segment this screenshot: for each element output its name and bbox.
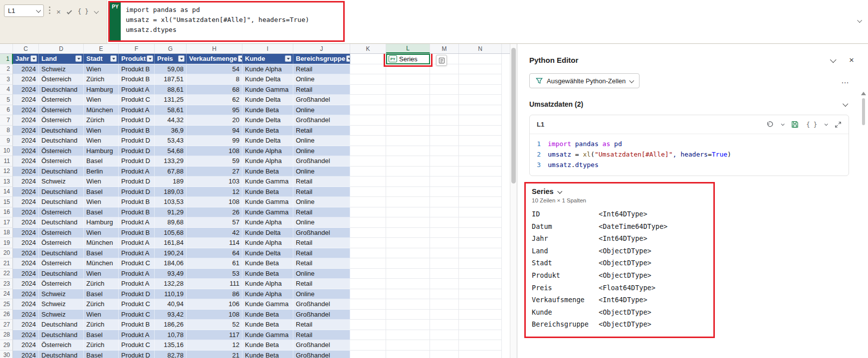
table-header-cell[interactable]: Land xyxy=(39,54,84,64)
cell[interactable] xyxy=(430,146,459,157)
cell[interactable]: Basel xyxy=(84,351,119,358)
cell[interactable]: Produkt B xyxy=(119,64,155,75)
cell[interactable]: Produkt C xyxy=(119,95,155,105)
table-header-cell[interactable]: Stadt xyxy=(84,54,119,64)
insert-function-icon[interactable]: { } xyxy=(78,8,89,15)
cell[interactable]: 132,28 xyxy=(155,279,187,289)
cell[interactable]: Produkt A xyxy=(119,330,155,341)
cell[interactable]: Online xyxy=(293,136,350,146)
cell[interactable]: 10,78 xyxy=(155,330,187,341)
cell[interactable] xyxy=(459,115,502,126)
cell[interactable]: 99 xyxy=(187,136,242,146)
cell[interactable] xyxy=(430,340,459,351)
expand-icon[interactable] xyxy=(835,121,842,128)
column-letter[interactable]: G xyxy=(155,44,187,53)
cell[interactable]: 2024 xyxy=(13,330,39,341)
cell[interactable] xyxy=(386,217,430,228)
name-box[interactable]: L1 xyxy=(4,4,44,17)
cell[interactable] xyxy=(459,340,502,351)
cell[interactable] xyxy=(350,320,386,330)
row-number[interactable]: 17 xyxy=(0,217,13,228)
cell[interactable]: Retail xyxy=(293,330,350,341)
cell[interactable] xyxy=(350,167,386,177)
cell[interactable]: Produkt D xyxy=(119,146,155,157)
cell[interactable] xyxy=(350,217,386,228)
cell[interactable]: Kunde Beta xyxy=(242,310,293,320)
cell[interactable] xyxy=(430,269,459,279)
table-header-cell[interactable]: Verkaufsmenge xyxy=(187,54,242,64)
cell[interactable]: Produkt B xyxy=(119,74,155,85)
cell[interactable]: 2024 xyxy=(13,351,39,358)
column-letter[interactable]: H xyxy=(187,44,242,53)
column-letter[interactable]: D xyxy=(39,44,84,53)
cell[interactable]: Deutschland xyxy=(39,248,84,259)
cell[interactable]: Kunde Delta xyxy=(242,115,293,126)
row-number[interactable]: 28 xyxy=(0,330,13,341)
cell[interactable]: 108 xyxy=(187,310,242,320)
cell[interactable]: Online xyxy=(293,105,350,116)
cell[interactable]: Produkt D xyxy=(119,115,155,126)
cell[interactable]: 2024 xyxy=(13,187,39,197)
cell[interactable] xyxy=(350,115,386,126)
cell[interactable] xyxy=(350,197,386,207)
cell[interactable]: Retail xyxy=(293,320,350,330)
cell[interactable] xyxy=(459,177,502,187)
cell[interactable]: München xyxy=(84,238,119,248)
cell[interactable]: Basel xyxy=(84,207,119,218)
enter-icon[interactable] xyxy=(66,9,72,14)
cell[interactable]: Großhandel xyxy=(293,340,350,351)
cell[interactable] xyxy=(350,156,386,167)
cell[interactable]: 2024 xyxy=(13,269,39,279)
cell[interactable]: 82,78 xyxy=(155,351,187,358)
python-cells-filter-dropdown[interactable]: Ausgewählte Python-Zellen xyxy=(529,73,640,88)
cell[interactable]: Deutschland xyxy=(39,330,84,341)
column-letter[interactable]: N xyxy=(459,44,502,53)
cell[interactable] xyxy=(459,126,502,136)
cell[interactable]: Kunde Beta xyxy=(242,167,293,177)
filter-button[interactable] xyxy=(346,55,350,62)
cell[interactable]: Produkt A xyxy=(119,217,155,228)
panel-collapse-icon[interactable] xyxy=(830,56,837,63)
cell[interactable]: 186,26 xyxy=(155,320,187,330)
cell[interactable]: 161,84 xyxy=(155,238,187,248)
cell[interactable] xyxy=(459,320,502,330)
cell[interactable] xyxy=(430,74,459,85)
panel-scrollbar-thumb[interactable] xyxy=(862,98,865,125)
cell[interactable]: München xyxy=(84,258,119,269)
cell[interactable] xyxy=(459,187,502,197)
cell[interactable]: 131,25 xyxy=(155,95,187,105)
cell[interactable]: Großhandel xyxy=(293,115,350,126)
cell[interactable]: Österreich xyxy=(39,115,84,126)
cell[interactable]: Wien xyxy=(84,197,119,207)
cell[interactable]: Basel xyxy=(84,330,119,341)
cell[interactable]: Kunde Gamma xyxy=(242,197,293,207)
cell[interactable]: Produkt A xyxy=(119,269,155,279)
cell[interactable] xyxy=(459,330,502,341)
cell[interactable]: Produkt D xyxy=(119,289,155,300)
cell[interactable]: Zürich xyxy=(84,74,119,85)
cell[interactable] xyxy=(386,156,430,167)
cell[interactable]: 2024 xyxy=(13,146,39,157)
cell[interactable]: Deutschland xyxy=(39,187,84,197)
cell[interactable] xyxy=(386,248,430,259)
cell[interactable]: Zürich xyxy=(84,279,119,289)
row-number[interactable]: 13 xyxy=(0,177,13,187)
table-header-cell[interactable]: Kunde xyxy=(242,54,293,64)
cell[interactable] xyxy=(459,238,502,248)
cell[interactable] xyxy=(430,187,459,197)
cell[interactable] xyxy=(430,289,459,300)
cell[interactable] xyxy=(386,279,430,289)
cell[interactable]: 61 xyxy=(187,258,242,269)
cell[interactable]: 8 xyxy=(187,74,242,85)
cell[interactable]: Produkt B xyxy=(119,228,155,238)
cell[interactable] xyxy=(350,64,386,75)
formula-bar-code[interactable]: import pandas as pdumsatz = xl("Umsatzda… xyxy=(121,2,314,40)
cell[interactable]: Wien xyxy=(84,64,119,75)
cell[interactable] xyxy=(459,299,502,310)
cell[interactable] xyxy=(386,105,430,116)
cell[interactable]: Basel xyxy=(84,289,119,300)
cell[interactable] xyxy=(430,238,459,248)
row-number[interactable]: 19 xyxy=(0,238,13,248)
cell[interactable]: Online xyxy=(293,167,350,177)
cell[interactable]: Wien xyxy=(84,126,119,136)
